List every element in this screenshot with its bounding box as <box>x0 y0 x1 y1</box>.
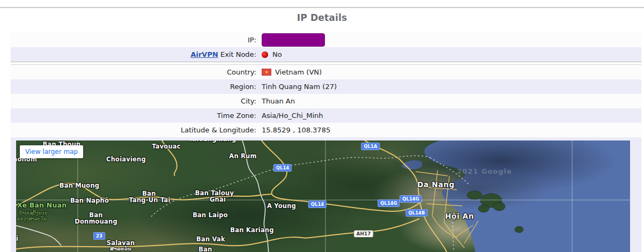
table-row-timezone: Time Zone: Asia/Ho_Chi_Minh <box>11 108 641 123</box>
top-divider <box>0 7 644 8</box>
vietnam-flag-icon: ★ <box>262 69 271 76</box>
timezone-label: Time Zone: <box>11 108 256 123</box>
region-label: Region: <box>11 79 256 94</box>
exit-node-value: No <box>272 47 282 62</box>
latlong-value: 15.8529 , 108.3785 <box>256 123 330 137</box>
table-row-ip: IP: <box>11 33 641 47</box>
ip-label: IP: <box>11 33 256 47</box>
table-row-latlong: Latitude & Longitude: 15.8529 , 108.3785 <box>11 123 641 137</box>
airvpn-link[interactable]: AirVPN <box>190 50 218 58</box>
table-row-region: Region: Tinh Quang Nam (27) <box>11 79 641 94</box>
page-title: IP Details <box>0 12 644 23</box>
exit-node-label: Exit Node: <box>218 50 256 58</box>
country-value: Vietnam (VN) <box>275 65 322 79</box>
table-row-city: City: Thuan An <box>11 94 641 108</box>
city-value: Thuan An <box>256 94 295 108</box>
map-row: Ban Thoun Tavouac Khoangxiang hohom Choi… <box>11 137 641 252</box>
satellite-map[interactable]: Ban Thoun Tavouac Khoangxiang hohom Choi… <box>16 140 630 252</box>
ip-details-table: IP: AirVPN Exit Node: No Country: ★ Viet… <box>11 33 641 252</box>
map-graphics <box>16 140 630 252</box>
view-larger-map-button[interactable]: View larger map <box>20 145 83 158</box>
table-row-exit-node: AirVPN Exit Node: No <box>11 47 641 62</box>
latlong-label: Latitude & Longitude: <box>11 123 256 137</box>
country-label: Country: <box>11 65 256 79</box>
city-label: City: <box>11 94 256 108</box>
timezone-value: Asia/Ho_Chi_Minh <box>256 108 323 123</box>
exit-node-status-icon <box>262 51 268 58</box>
table-row-country: Country: ★ Vietnam (VN) <box>11 65 641 79</box>
redacted-ip-value <box>262 33 325 47</box>
region-value: Tinh Quang Nam (27) <box>256 79 337 94</box>
